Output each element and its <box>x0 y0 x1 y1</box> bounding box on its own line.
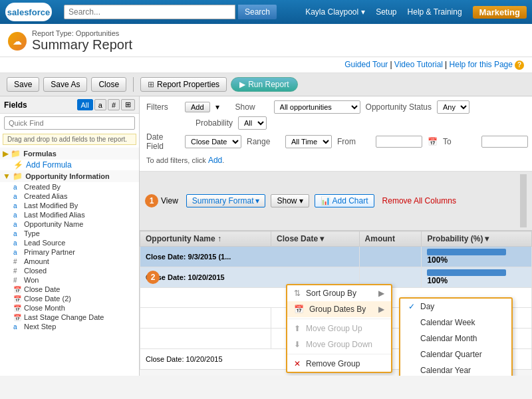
field-group-formulas: ▶ 📁 Formulas ⚡ Add Formula <box>0 148 139 170</box>
field-icon-laststage: 📅 <box>13 314 21 321</box>
context-divider-1 <box>287 319 391 319</box>
user-name: Kayla Claypool <box>305 7 358 17</box>
col-probability[interactable]: Probability (%) ▾ <box>422 231 532 247</box>
user-menu[interactable]: Kayla Claypool ▾ <box>305 7 365 17</box>
run-icon: ▶ <box>239 80 245 89</box>
summary-format-button[interactable]: Summary Format ▾ <box>186 194 266 207</box>
run-report-button[interactable]: ▶ Run Report <box>231 77 297 92</box>
list-item[interactable]: aType <box>0 229 139 238</box>
context-menu: ⇅ Sort Group By ▶ 📅 Group Dates By ▶ ⬆ M… <box>286 284 392 373</box>
add-formula-item[interactable]: ⚡ Add Formula <box>0 160 139 170</box>
video-tutorial-link[interactable]: Video Tutorial <box>394 60 443 69</box>
fields-panel: Fields All a # ⊞ Drag and drop to add fi… <box>0 96 140 376</box>
list-item[interactable]: aLast Modified Alias <box>0 210 139 219</box>
help-links-bar: Guided Tour | Video Tutorial | Help for … <box>0 57 532 73</box>
list-item[interactable]: 📅Close Date (2) <box>0 294 139 303</box>
group-prob-2: 100% <box>422 267 532 288</box>
filters-add-dropdown-icon[interactable]: ▾ <box>215 102 219 112</box>
tab-hash[interactable]: # <box>108 99 120 110</box>
from-label: From <box>337 137 370 146</box>
setup-link[interactable]: Setup <box>376 7 396 17</box>
field-icon-won: # <box>13 277 21 284</box>
filter-add-link[interactable]: Add <box>208 156 222 165</box>
group-dates-day[interactable]: ✓ Day <box>400 299 511 315</box>
list-item[interactable]: 📅Last Stage Change Date <box>0 313 139 322</box>
opportunity-status-select[interactable]: Any <box>437 100 469 114</box>
group-dates-calendar-year[interactable]: ✓ Calendar Year <box>400 362 511 376</box>
to-input[interactable] <box>481 136 528 148</box>
table-row[interactable]: Close Date: 9/3/2015 (1... 100% <box>140 247 532 267</box>
marketing-button[interactable]: Marketing <box>473 6 527 19</box>
cal-quarter-label: Calendar Quarter <box>420 350 482 359</box>
help-icon[interactable]: ? <box>515 61 524 70</box>
close-button[interactable]: Close <box>91 77 126 92</box>
col-close-date[interactable]: Close Date ▾ <box>271 231 360 247</box>
from-input[interactable] <box>376 136 422 148</box>
field-group-opportunity-header[interactable]: ▼ 📁 Opportunity Information <box>0 170 139 182</box>
save-button[interactable]: Save <box>7 77 39 92</box>
show-button[interactable]: Show ▾ <box>271 194 309 207</box>
list-item[interactable]: aPrimary Partner <box>0 247 139 257</box>
table-area: Opportunity Name ↑ Close Date ▾ Amount P… <box>140 231 532 376</box>
field-icon-type: a <box>13 230 21 237</box>
help-page-link[interactable]: Help for this Page <box>450 60 513 69</box>
drag-hint: Drag and drop to add fields to the repor… <box>3 134 136 145</box>
quick-find-input[interactable] <box>4 116 135 130</box>
list-item[interactable]: #Amount <box>0 257 139 266</box>
tab-a[interactable]: a <box>94 99 106 110</box>
range-select[interactable]: All Time <box>285 135 332 148</box>
help-training-link[interactable]: Help & Training <box>408 7 462 17</box>
fields-tabs: All a # ⊞ <box>77 99 135 110</box>
group-dates-arrow-icon: ▶ <box>378 305 384 314</box>
group-dates-calendar-month[interactable]: ✓ Calendar Month <box>400 331 511 346</box>
sf-cloud-logo[interactable]: salesforce <box>5 3 52 21</box>
field-group-formulas-header[interactable]: ▶ 📁 Formulas <box>0 148 139 160</box>
show-select[interactable]: All opportunities <box>274 100 360 114</box>
probability-select[interactable]: All <box>238 116 267 130</box>
group-dates-calendar-week[interactable]: ✓ Calendar Week <box>400 315 511 331</box>
context-remove-group[interactable]: ✕ Remove Group <box>287 356 391 372</box>
tab-all[interactable]: All <box>77 99 93 110</box>
add-formula-label: Add Formula <box>26 160 72 170</box>
vertical-scrollbar[interactable] <box>520 174 527 227</box>
run-label: Run Report <box>248 80 289 89</box>
date-field-select[interactable]: Close Date <box>185 135 241 148</box>
sf-logo-text: salesforce <box>7 7 50 17</box>
col-amount[interactable]: Amount <box>359 231 422 247</box>
list-item[interactable]: #Closed <box>0 266 139 275</box>
filters-row-1: Filters Add ▾ Show All opportunities Opp… <box>146 100 525 114</box>
filters-row-2: Probability All <box>146 116 525 130</box>
add-chart-button[interactable]: 📊 Add Chart <box>315 194 374 207</box>
from-cal-icon[interactable]: 📅 <box>428 137 438 146</box>
context-sort-group-by[interactable]: ⇅ Sort Group By ▶ <box>287 285 391 301</box>
list-item[interactable]: aCreated Alias <box>0 192 139 201</box>
summary-format-dropdown-icon: ▾ <box>255 196 259 205</box>
list-item[interactable]: aOpportunity Name <box>0 219 139 229</box>
list-item[interactable]: aLast Modified By <box>0 201 139 210</box>
list-item[interactable]: 📅Close Date <box>0 285 139 294</box>
folder-icon-formulas: ▶ 📁 <box>3 149 21 158</box>
field-icon-leadsource: a <box>13 239 21 247</box>
group-dates-calendar-quarter[interactable]: ✓ Calendar Quarter <box>400 346 511 362</box>
list-item[interactable]: aNext Step <box>0 322 139 331</box>
list-item[interactable]: aLead Source <box>0 238 139 247</box>
fields-header: Fields All a # ⊞ <box>0 96 139 114</box>
list-item[interactable]: #Won <box>0 275 139 285</box>
context-group-dates-by[interactable]: 📅 Group Dates By ▶ <box>287 301 391 317</box>
remove-all-columns-button[interactable]: Remove All Columns <box>382 196 456 205</box>
col-opportunity-name[interactable]: Opportunity Name ↑ <box>140 231 271 247</box>
save-as-button[interactable]: Save As <box>43 77 87 92</box>
move-down-icon: ⬇ <box>294 340 301 349</box>
badge-1: 1 <box>145 194 158 207</box>
search-button[interactable]: Search <box>238 5 277 19</box>
filters-add-button[interactable]: Add <box>185 102 210 112</box>
tab-grid[interactable]: ⊞ <box>121 99 135 110</box>
search-input[interactable] <box>64 5 235 19</box>
guided-tour-link[interactable]: Guided Tour <box>344 60 388 69</box>
add-formula-icon: ⚡ <box>13 160 23 170</box>
report-title: Summary Report <box>32 37 132 53</box>
report-properties-button[interactable]: ⊞ Report Properties <box>140 77 227 92</box>
list-item[interactable]: 📅Close Month <box>0 303 139 313</box>
list-item[interactable]: aCreated By <box>0 182 139 192</box>
group-label-1: Close Date: 9/3/2015 (1... <box>140 247 360 267</box>
